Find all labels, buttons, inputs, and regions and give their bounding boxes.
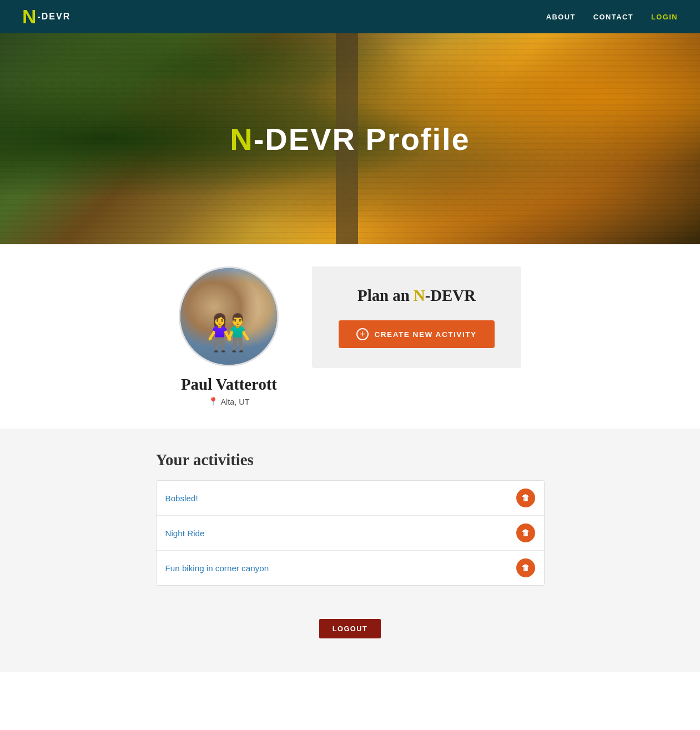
trash-icon: 🗑 (521, 563, 530, 573)
table-row: Bobsled! 🗑 (157, 481, 544, 516)
activity-link[interactable]: Fun biking in corner canyon (165, 563, 269, 573)
plan-n: N (414, 286, 425, 304)
trash-icon: 🗑 (521, 493, 530, 503)
activities-inner: Your activities Bobsled! 🗑 Night Ride 🗑 … (145, 451, 556, 586)
logout-button[interactable]: LOGOUT (319, 619, 381, 638)
location-text: Alta, UT (220, 397, 249, 406)
nav-login[interactable]: LOGIN (651, 13, 678, 21)
activity-link[interactable]: Night Ride (165, 528, 205, 538)
delete-activity-button[interactable]: 🗑 (516, 558, 535, 577)
plan-title: Plan an N-DEVR (357, 286, 476, 305)
table-row: Night Ride 🗑 (157, 516, 544, 551)
nav-links: ABOUT CONTACT LOGIN (546, 13, 678, 21)
plan-card: Plan an N-DEVR + CREATE NEW ACTIVITY (312, 266, 521, 368)
profile-location: 📍 Alta, UT (208, 397, 249, 406)
activity-list: Bobsled! 🗑 Night Ride 🗑 Fun biking in co… (156, 480, 545, 586)
trash-icon: 🗑 (521, 528, 530, 538)
nav-about[interactable]: ABOUT (546, 13, 576, 21)
logo-n: N (22, 7, 35, 26)
hero-title-text: -DEVR Profile (254, 122, 470, 157)
nav-contact[interactable]: CONTACT (593, 13, 633, 21)
table-row: Fun biking in corner canyon 🗑 (157, 551, 544, 585)
hero-title: N-DEVR Profile (230, 121, 470, 157)
navbar: N -DEVR ABOUT CONTACT LOGIN (0, 0, 700, 33)
activities-title: Your activities (156, 451, 545, 469)
hero-section: N-DEVR Profile (0, 33, 700, 244)
logo[interactable]: N -DEVR (22, 7, 70, 26)
plus-icon: + (356, 328, 369, 340)
create-activity-button[interactable]: + CREATE NEW ACTIVITY (339, 320, 494, 348)
activity-link[interactable]: Bobsled! (165, 494, 198, 503)
profile-name: Paul Vatterott (181, 375, 277, 394)
delete-activity-button[interactable]: 🗑 (516, 489, 535, 507)
create-activity-label: CREATE NEW ACTIVITY (374, 330, 476, 339)
delete-activity-button[interactable]: 🗑 (516, 523, 535, 542)
profile-area: Paul Vatterott 📍 Alta, UT Plan an N-DEVR… (100, 244, 600, 429)
logout-section: LOGOUT (0, 608, 700, 672)
hero-n: N (230, 122, 253, 157)
activities-section: Your activities Bobsled! 🗑 Night Ride 🗑 … (0, 429, 700, 608)
avatar (179, 266, 279, 366)
logo-devr: -DEVR (37, 12, 70, 22)
location-pin-icon: 📍 (208, 397, 218, 406)
profile-left: Paul Vatterott 📍 Alta, UT (179, 266, 279, 406)
